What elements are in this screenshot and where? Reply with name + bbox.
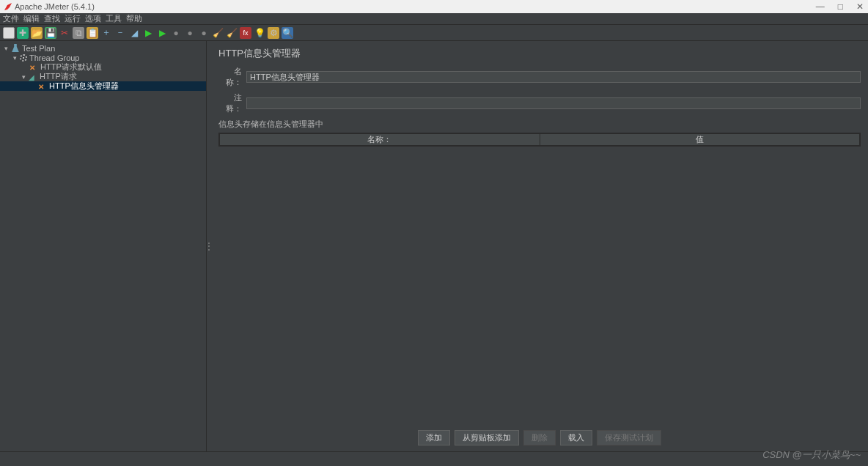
menu-file[interactable]: 文件 <box>3 13 19 24</box>
add-from-clipboard-button[interactable]: 从剪贴板添加 <box>455 430 519 445</box>
comment-label: 注释： <box>218 92 242 114</box>
menu-help[interactable]: 帮助 <box>126 13 142 24</box>
help-icon[interactable]: 💡 <box>254 27 265 39</box>
button-row: 添加 从剪贴板添加 删除 载入 保存测试计划 <box>211 430 868 445</box>
clear-all-icon[interactable]: 🧹 <box>226 27 238 39</box>
toolbar: ✚ 📂 💾 ✂ ⧉ 📋 ＋ － ◢ ▶ ▶ ● ● ● 🧹 🧹 fx 💡 ⚙ 🔍 <box>0 25 868 41</box>
paste-icon[interactable]: 📋 <box>87 27 98 39</box>
tree-http-defaults[interactable]: HTTP请求默认值 <box>0 62 206 72</box>
tree-label: HTTP信息头管理器 <box>49 81 119 92</box>
watermark: CSDN @一只小菜鸟~~ <box>762 448 861 462</box>
menu-edit[interactable]: 编辑 <box>23 13 40 24</box>
section-label: 信息头存储在信息头管理器中 <box>218 119 861 130</box>
status-bar <box>0 451 868 466</box>
save-icon[interactable]: 💾 <box>45 27 56 39</box>
test-plan-tree[interactable]: ▾ Test Plan ▾ Thread Group HTTP请求默认值 ▾ H… <box>0 41 207 451</box>
close-button[interactable]: ✕ <box>856 1 864 12</box>
save-button[interactable]: 保存测试计划 <box>597 430 661 445</box>
expand-icon[interactable]: ＋ <box>100 27 112 39</box>
main-area: ▾ Test Plan ▾ Thread Group HTTP请求默认值 ▾ H… <box>0 41 868 451</box>
tree-label: Thread Group <box>29 53 79 62</box>
stop-icon[interactable]: ● <box>170 27 182 39</box>
start-icon[interactable]: ▶ <box>142 27 154 39</box>
window-controls: — □ ✕ <box>816 1 864 12</box>
collapse-icon[interactable]: － <box>114 27 126 39</box>
gear-icon <box>20 54 27 62</box>
shutdown-icon[interactable]: ● <box>184 27 196 39</box>
window-title: Apache JMeter (5.4.1) <box>15 2 95 11</box>
copy-icon[interactable]: ⧉ <box>73 27 84 39</box>
delete-button[interactable]: 删除 <box>523 430 556 445</box>
clear-icon[interactable]: 🧹 <box>212 27 224 39</box>
panel-title: HTTP信息头管理器 <box>218 47 861 60</box>
col-value[interactable]: 值 <box>540 134 860 146</box>
title-bar: Apache JMeter (5.4.1) — □ ✕ <box>0 0 868 13</box>
load-button[interactable]: 载入 <box>560 430 592 445</box>
add-button[interactable]: 添加 <box>418 430 450 445</box>
menu-run[interactable]: 运行 <box>65 13 81 24</box>
menu-tools[interactable]: 工具 <box>106 13 122 24</box>
menu-bar: 文件 编辑 查找 运行 选项 工具 帮助 <box>0 13 868 25</box>
tree-thread-group[interactable]: ▾ Thread Group <box>0 53 206 62</box>
flask-icon <box>11 44 20 53</box>
search-icon[interactable]: 🔍 <box>282 27 293 39</box>
name-input[interactable] <box>246 71 861 83</box>
comment-input[interactable] <box>246 97 861 109</box>
config-icon <box>38 82 47 91</box>
maximize-button[interactable]: □ <box>838 1 843 12</box>
config-icon <box>29 63 38 72</box>
tree-test-plan[interactable]: ▾ Test Plan <box>0 43 206 53</box>
start-no-timers-icon[interactable]: ▶ <box>156 27 168 39</box>
new-icon[interactable] <box>3 27 15 39</box>
editor-panel: HTTP信息头管理器 名称： 注释： 信息头存储在信息头管理器中 名称： 值 添… <box>211 41 868 451</box>
cut-icon[interactable]: ✂ <box>59 27 70 39</box>
templates-icon[interactable]: ✚ <box>17 27 29 39</box>
jmeter-logo-icon <box>4 3 12 10</box>
remote-stop-icon[interactable]: ● <box>198 27 210 39</box>
toggle-icon[interactable]: ◢ <box>128 27 140 39</box>
col-name[interactable]: 名称： <box>220 134 540 146</box>
tree-header-manager[interactable]: HTTP信息头管理器 <box>0 81 206 91</box>
minimize-button[interactable]: — <box>816 1 825 12</box>
open-icon[interactable]: 📂 <box>31 27 43 39</box>
search-reset-icon[interactable]: ⚙ <box>268 27 279 39</box>
sampler-icon <box>29 73 37 81</box>
headers-table[interactable]: 名称： 值 <box>218 133 861 147</box>
tree-label: Test Plan <box>22 44 55 53</box>
menu-search[interactable]: 查找 <box>44 13 60 24</box>
menu-options[interactable]: 选项 <box>85 13 101 24</box>
name-label: 名称： <box>218 66 242 88</box>
func-helper-icon[interactable]: fx <box>240 27 251 39</box>
